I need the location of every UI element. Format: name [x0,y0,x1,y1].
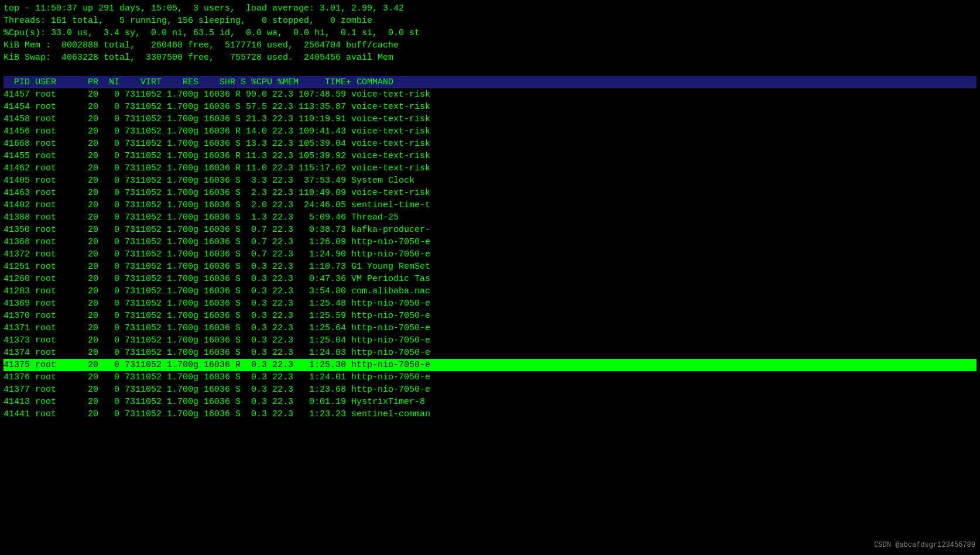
table-row: 41371 root 20 0 7311052 1.700g 16036 S 0… [4,322,976,334]
table-row: 41441 root 20 0 7311052 1.700g 16036 S 0… [4,408,976,420]
header-line-1: top - 11:50:37 up 291 days, 15:05, 3 use… [4,2,976,15]
table-row: 41454 root 20 0 7311052 1.700g 16036 S 5… [4,101,976,113]
table-row: 41462 root 20 0 7311052 1.700g 16036 R 1… [4,162,976,174]
table-row: 41369 root 20 0 7311052 1.700g 16036 S 0… [4,297,976,310]
table-row: 41375 root 20 0 7311052 1.700g 16036 R 0… [4,359,976,371]
blank-line [4,64,976,76]
table-row: 41372 root 20 0 7311052 1.700g 16036 S 0… [4,248,976,261]
table-row: 41456 root 20 0 7311052 1.700g 16036 R 1… [4,125,976,138]
table-row: 41377 root 20 0 7311052 1.700g 16036 S 0… [4,383,976,396]
terminal-window: top - 11:50:37 up 291 days, 15:05, 3 use… [0,0,980,555]
table-row: 41463 root 20 0 7311052 1.700g 16036 S 2… [4,187,976,199]
table-row: 41251 root 20 0 7311052 1.700g 16036 S 0… [4,261,976,273]
table-row: 41374 root 20 0 7311052 1.700g 16036 S 0… [4,347,976,359]
table-row: 41350 root 20 0 7311052 1.700g 16036 S 0… [4,224,976,236]
table-row: 41373 root 20 0 7311052 1.700g 16036 S 0… [4,334,976,347]
header-line-4: KiB Mem : 8002888 total, 260468 free, 51… [4,39,976,52]
table-row: 41668 root 20 0 7311052 1.700g 16036 S 1… [4,138,976,150]
header-line-5: KiB Swap: 4063228 total, 3307500 free, 7… [4,52,976,64]
table-row: 41405 root 20 0 7311052 1.700g 16036 S 3… [4,174,976,187]
table-row: 41457 root 20 0 7311052 1.700g 16036 R 9… [4,88,976,101]
table-row: 41283 root 20 0 7311052 1.700g 16036 S 0… [4,285,976,297]
table-row: 41260 root 20 0 7311052 1.700g 16036 S 0… [4,273,976,285]
process-table: 41457 root 20 0 7311052 1.700g 16036 R 9… [4,88,976,420]
header-line-2: Threads: 161 total, 5 running, 156 sleep… [4,15,976,27]
table-row: 41388 root 20 0 7311052 1.700g 16036 S 1… [4,211,976,224]
table-row: 41370 root 20 0 7311052 1.700g 16036 S 0… [4,310,976,322]
table-row: 41368 root 20 0 7311052 1.700g 16036 S 0… [4,236,976,248]
header-line-3: %Cpu(s): 33.0 us, 3.4 sy, 0.0 ni, 63.5 i… [4,27,976,39]
table-row: 41455 root 20 0 7311052 1.700g 16036 R 1… [4,150,976,162]
table-row: 41413 root 20 0 7311052 1.700g 16036 S 0… [4,396,976,408]
table-row: 41376 root 20 0 7311052 1.700g 16036 S 0… [4,371,976,383]
table-header: PID USER PR NI VIRT RES SHR S %CPU %MEM … [4,76,976,88]
watermark: CSDN @abcafdsgr123456789 [874,540,975,550]
table-row: 41402 root 20 0 7311052 1.700g 16036 S 2… [4,199,976,211]
table-row: 41458 root 20 0 7311052 1.700g 16036 S 2… [4,113,976,125]
